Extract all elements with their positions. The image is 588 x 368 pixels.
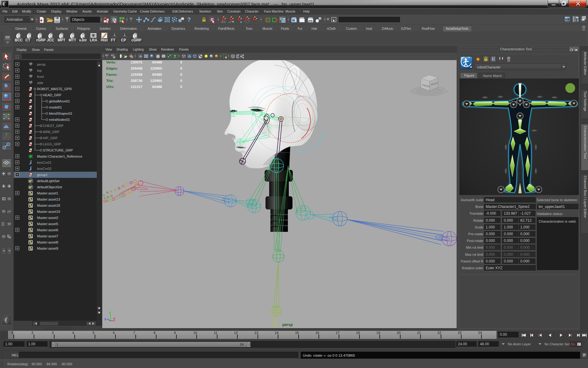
svg-text:UVs:: UVs: [106, 85, 114, 89]
svg-text:60480: 60480 [152, 73, 162, 76]
svg-text:?: ? [187, 16, 191, 23]
svg-text:Verts:: Verts: [106, 60, 116, 64]
svg-text:x: x [113, 316, 115, 320]
svg-text:T: T [174, 55, 176, 58]
svg-text:258736: 258736 [131, 79, 142, 82]
svg-text:persp: persp [282, 323, 293, 327]
svg-text:259408: 259408 [131, 67, 143, 70]
svg-text:131317: 131317 [131, 85, 142, 89]
svg-text:0: 0 [180, 73, 182, 76]
svg-text:IPR: IPR [308, 20, 313, 22]
svg-text:120960: 120960 [150, 67, 162, 70]
svg-text:60488: 60488 [152, 85, 162, 89]
svg-text:z: z [104, 317, 106, 321]
svg-text:129368: 129368 [131, 73, 143, 76]
svg-text:0: 0 [180, 79, 182, 82]
svg-text:0: 0 [180, 67, 182, 70]
svg-text:y: y [109, 310, 111, 314]
svg-text:0: 0 [180, 60, 182, 64]
svg-text:Faces:: Faces: [106, 73, 117, 76]
svg-text:Edges:: Edges: [106, 67, 118, 70]
svg-text:0: 0 [180, 85, 182, 89]
svg-text:130075: 130075 [131, 60, 143, 64]
svg-text:Tris:: Tris: [106, 79, 114, 82]
svg-text:60488: 60488 [152, 60, 162, 64]
svg-text:120960: 120960 [150, 79, 162, 82]
